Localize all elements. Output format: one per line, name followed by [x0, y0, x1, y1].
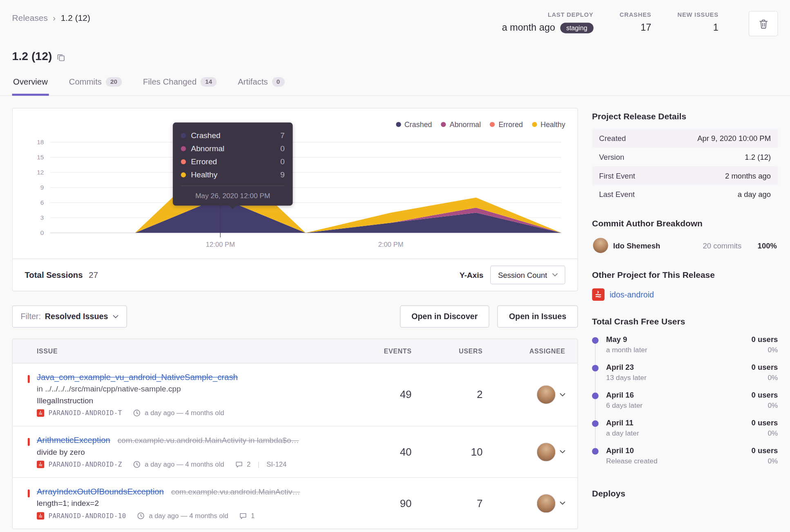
issue-title-link[interactable]: ArithmeticException: [37, 436, 110, 445]
tooltip-abnormal-label: Abnormal: [191, 144, 275, 153]
timeline-percent: 0%: [752, 401, 778, 409]
error-level-indicator: [28, 438, 30, 446]
timeline-date: April 11: [606, 418, 639, 427]
sessions-chart-card: Crashed Abnormal Errored Healthy: [12, 108, 578, 291]
other-project-link[interactable]: idos-android: [609, 290, 654, 299]
stat-last-deploy-value: a month ago: [502, 22, 555, 33]
copy-icon: [57, 53, 65, 61]
issue-age: a day ago — 4 months old: [145, 460, 224, 468]
issue-message: IllegalInstruction: [37, 396, 356, 405]
tooltip-crashed-dot-icon: [181, 133, 186, 138]
timeline-subtext: a month later: [606, 346, 647, 354]
tooltip-healthy-dot-icon: [181, 172, 186, 177]
open-in-discover-button[interactable]: Open in Discover: [400, 305, 489, 327]
tab-files-changed[interactable]: Files Changed 14: [142, 73, 218, 96]
legend-item-crashed[interactable]: Crashed: [396, 121, 432, 129]
issue-events-count: 90: [356, 497, 417, 510]
issue-message: length=1; index=2: [37, 499, 356, 508]
open-in-issues-button[interactable]: Open in Issues: [498, 305, 578, 327]
clock-icon: [133, 409, 141, 417]
y-axis-label: Y-Axis: [460, 270, 483, 279]
timeline-users: 0 users: [752, 418, 778, 427]
issue-events-count: 40: [356, 446, 417, 458]
tab-files-changed-label: Files Changed: [143, 77, 196, 87]
tab-artifacts-count: 0: [272, 77, 285, 87]
author-commit-count: 20 commits: [703, 241, 742, 250]
detail-label: Version: [599, 153, 625, 161]
comments-count: 1: [251, 512, 254, 520]
column-header-issue: ISSUE: [37, 347, 356, 355]
page-title: 1.2 (12): [12, 49, 52, 63]
issue-title-link[interactable]: ArrayIndexOutOfBoundsException: [37, 487, 164, 496]
issue-subtitle: com.example.vu.android.MainActiv…: [171, 487, 300, 496]
assignee-avatar[interactable]: [537, 494, 556, 513]
issue-title-link[interactable]: Java_com_example_vu_android_NativeSample…: [37, 372, 238, 381]
stat-crashes-value: 17: [620, 22, 652, 33]
issue-events-count: 49: [356, 389, 417, 401]
author-avatar: [593, 238, 608, 253]
issue-row: ArrayIndexOutOfBoundsException com.examp…: [13, 478, 578, 529]
timeline-entry: April 10 Release created 0 users 0%: [592, 446, 778, 474]
detail-label: First Event: [599, 171, 635, 180]
svg-text:12: 12: [37, 169, 44, 176]
tab-files-changed-count: 14: [201, 77, 216, 87]
assignee-avatar[interactable]: [537, 385, 556, 404]
tooltip-healthy-label: Healthy: [191, 170, 275, 179]
chart-footer: Total Sessions 27 Y-Axis Session Count: [13, 259, 578, 291]
assignee-avatar[interactable]: [537, 442, 556, 461]
svg-text:2:00 PM: 2:00 PM: [378, 241, 404, 248]
timeline-dot-icon: [592, 448, 598, 455]
timeline-entry: May 9 a month later 0 users 0%: [592, 335, 778, 363]
issues-filter-dropdown[interactable]: Filter: Resolved Issues: [12, 305, 127, 327]
breadcrumb-separator-icon: ›: [53, 13, 56, 23]
svg-text:3: 3: [40, 214, 44, 221]
issue-age: a day ago — 4 months old: [145, 409, 224, 417]
issue-users-count: 2: [417, 389, 490, 401]
detail-value: Apr 9, 2020 10:00 PM: [697, 134, 771, 143]
clock-icon: [133, 460, 141, 468]
y-axis-selected-value: Session Count: [498, 270, 547, 279]
app-root: Releases › 1.2 (12) LAST DEPLOY a month …: [0, 0, 790, 532]
tab-commits[interactable]: Commits 20: [68, 73, 123, 96]
legend-crashed-label: Crashed: [404, 121, 432, 129]
copy-version-button[interactable]: [57, 51, 65, 61]
timeline-dot-icon: [592, 337, 598, 344]
assignee-dropdown-chevron-icon[interactable]: [560, 393, 565, 396]
meta-divider: |: [254, 460, 262, 468]
release-sidebar: Project Release Details Created Apr 9, 2…: [592, 108, 778, 514]
release-tabs: Overview Commits 20 Files Changed 14 Art…: [0, 73, 790, 96]
breadcrumb-releases[interactable]: Releases: [12, 13, 48, 23]
title-row: 1.2 (12): [0, 36, 790, 63]
tooltip-errored-dot-icon: [181, 159, 186, 164]
project-platform-icon: [592, 288, 605, 301]
assignee-dropdown-chevron-icon[interactable]: [560, 501, 565, 505]
linked-ticket[interactable]: SI-124: [266, 460, 286, 468]
issues-filter-bar: Filter: Resolved Issues Open in Discover…: [12, 305, 578, 327]
deploys-section: Deploys: [592, 489, 778, 499]
issue-message: divide by zero: [37, 447, 356, 456]
tab-artifacts[interactable]: Artifacts 0: [237, 73, 286, 96]
timeline-percent: 0%: [752, 429, 778, 437]
timeline-date: April 10: [606, 446, 658, 455]
legend-item-abnormal[interactable]: Abnormal: [441, 121, 481, 129]
section-title: Other Project for This Release: [592, 270, 778, 280]
release-stats: LAST DEPLOY a month ago staging CRASHES …: [502, 11, 778, 36]
legend-item-errored[interactable]: Errored: [490, 121, 523, 129]
timeline-entry: April 16 6 days later 0 users 0%: [592, 391, 778, 418]
delete-release-button[interactable]: [749, 11, 778, 36]
tooltip-errored-value: 0: [280, 157, 285, 166]
timeline-subtext: 6 days later: [606, 401, 643, 409]
timeline-date: April 23: [606, 363, 647, 371]
svg-text:15: 15: [37, 154, 44, 161]
sessions-chart[interactable]: 036912151812:00 PM2:00 PM Crashed 7 Abno…: [25, 125, 565, 259]
tab-commits-count: 20: [106, 77, 122, 87]
assignee-dropdown-chevron-icon[interactable]: [560, 450, 565, 454]
abnormal-legend-dot-icon: [441, 122, 446, 127]
chart-legend: Crashed Abnormal Errored Healthy: [396, 121, 565, 129]
legend-item-healthy[interactable]: Healthy: [532, 121, 565, 129]
legend-abnormal-label: Abnormal: [450, 121, 481, 129]
timeline-dot-icon: [592, 365, 598, 371]
tab-overview[interactable]: Overview: [12, 73, 49, 96]
tooltip-crashed-value: 7: [280, 131, 285, 140]
y-axis-select[interactable]: Session Count: [491, 266, 565, 284]
